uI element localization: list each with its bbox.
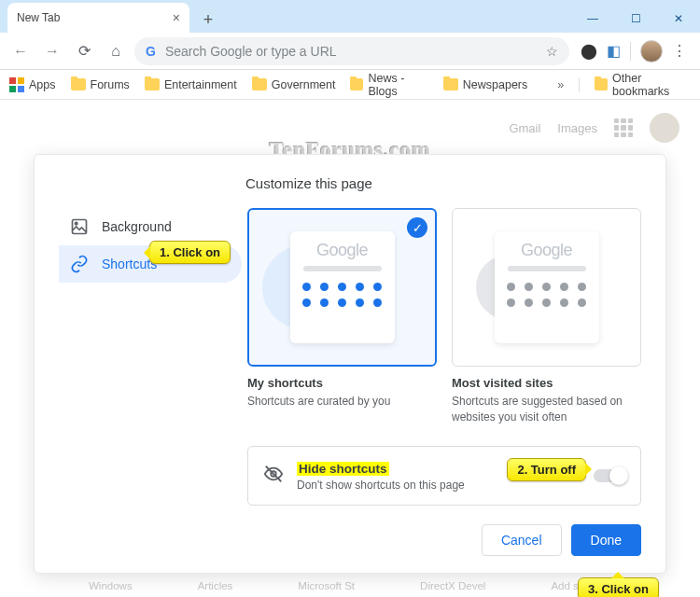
eye-off-icon [263, 464, 284, 488]
maximize-button[interactable]: ☐ [614, 5, 657, 33]
google-apps-icon[interactable] [614, 118, 633, 137]
gmail-link[interactable]: Gmail [509, 121, 540, 135]
folder-icon [443, 78, 458, 90]
sidebar-label: Background [102, 219, 172, 234]
hide-shortcuts-row: Hide shortcuts Don't show shortcuts on t… [247, 446, 641, 506]
hide-shortcuts-title: Hide shortcuts [297, 462, 389, 476]
dialog-footer: Cancel Done [59, 524, 641, 556]
page-content: Gmail Images TenForums.com Windows Artic… [0, 100, 700, 597]
folder-icon [252, 78, 267, 90]
preview-tile: Google [495, 231, 599, 343]
card-my-shortcuts[interactable]: ✓ Google [247, 208, 437, 367]
account-avatar[interactable] [650, 113, 679, 143]
top-links: Gmail Images [509, 113, 679, 143]
card-most-visited[interactable]: Google [452, 208, 641, 367]
bookmark-folder[interactable]: Newspapers [443, 78, 527, 91]
window-controls: — ☐ ✕ [571, 5, 700, 33]
other-bookmarks-label: Other bookmarks [612, 72, 691, 98]
back-button[interactable]: ← [7, 38, 34, 64]
button-label: Cancel [501, 533, 542, 548]
browser-tab[interactable]: New Tab × [7, 3, 189, 33]
card-title: My shortcuts [247, 376, 437, 390]
button-label: Done [591, 533, 622, 548]
callout-text: 1. Click on [160, 245, 220, 259]
card-description: Shortcuts are suggested based on website… [452, 394, 641, 425]
address-bar[interactable]: G Search Google or type a URL ☆ [134, 37, 569, 65]
bookmark-label: Entertainment [164, 78, 237, 91]
bookmark-folder[interactable]: News - Blogs [350, 72, 427, 98]
callout-1: 1. Click on [149, 241, 231, 264]
card-description: Shortcuts are curated by you [247, 394, 437, 410]
done-button[interactable]: Done [571, 524, 641, 556]
bookmark-folder[interactable]: Entertainment [145, 78, 237, 91]
bookmark-folder[interactable]: Forums [71, 78, 130, 91]
folder-icon [145, 78, 160, 90]
ghost-item: Windows [89, 580, 133, 591]
omnibox-placeholder: Search Google or type a URL [165, 44, 337, 59]
folder-icon [71, 78, 86, 90]
tab-title: New Tab [17, 11, 60, 24]
reload-button[interactable]: ⟳ [71, 38, 97, 64]
menu-icon[interactable]: ⋮ [672, 42, 687, 60]
ghost-item: Articles [198, 580, 233, 591]
close-tab-icon[interactable]: × [173, 10, 180, 25]
bookmark-label: Newspapers [463, 78, 527, 91]
ghost-item: DirectX Devel [420, 580, 485, 591]
star-icon[interactable]: ☆ [546, 44, 558, 59]
svg-point-1 [75, 222, 77, 225]
home-button[interactable]: ⌂ [103, 38, 129, 64]
preview-tile: Google [290, 231, 395, 343]
close-window-button[interactable]: ✕ [657, 5, 700, 33]
dialog-main: ✓ Google My shortcuts Shor [242, 208, 641, 507]
card-title: Most visited sites [452, 376, 641, 390]
bookmarks-bar: Apps Forums Entertainment Government New… [0, 70, 700, 100]
customize-dialog: Customize this page Background Shortcuts [34, 154, 666, 574]
separator [579, 77, 580, 92]
callout-text: 3. Click on [588, 582, 649, 596]
cancel-button[interactable]: Cancel [482, 524, 562, 556]
callout-text: 2. Turn off [517, 463, 576, 477]
bookmark-label: News - Blogs [368, 72, 427, 98]
separator [630, 42, 631, 61]
forward-button[interactable]: → [39, 38, 65, 64]
search-icon: G [146, 44, 156, 59]
profile-avatar[interactable] [640, 40, 663, 62]
folder-icon [595, 78, 608, 90]
apps-bookmark[interactable]: Apps [9, 77, 56, 92]
overflow-chevron-icon[interactable]: » [557, 78, 564, 91]
other-bookmarks[interactable]: Other bookmarks [595, 72, 691, 98]
new-tab-button[interactable]: + [195, 7, 221, 33]
bookmark-label: Government [272, 78, 336, 91]
hide-shortcuts-toggle[interactable] [594, 469, 625, 482]
callout-2: 2. Turn off [507, 458, 586, 481]
ghost-item: Microsoft St [298, 580, 355, 591]
apps-icon [9, 77, 24, 92]
sidebar-item-background[interactable]: Background [59, 208, 242, 245]
extension-icon-edge[interactable]: ◧ [607, 42, 621, 60]
link-icon [70, 255, 89, 273]
apps-label: Apps [29, 78, 56, 91]
bookmark-folder[interactable]: Government [252, 78, 336, 91]
toolbar: ← → ⟳ ⌂ G Search Google or type a URL ☆ … [0, 33, 700, 70]
titlebar: New Tab × + — ☐ ✕ [0, 0, 700, 33]
background-icon [70, 217, 89, 236]
callout-3: 3. Click on [578, 577, 659, 597]
extension-icon-ublock[interactable]: ⬤ [581, 42, 597, 60]
folder-icon [350, 78, 363, 90]
dialog-title: Customize this page [245, 175, 641, 191]
images-link[interactable]: Images [557, 121, 597, 135]
check-icon: ✓ [407, 217, 427, 238]
svg-rect-0 [73, 220, 87, 234]
bookmark-label: Forums [91, 78, 130, 91]
minimize-button[interactable]: — [571, 5, 614, 33]
google-logo: Google [521, 241, 572, 260]
google-logo: Google [316, 241, 368, 260]
